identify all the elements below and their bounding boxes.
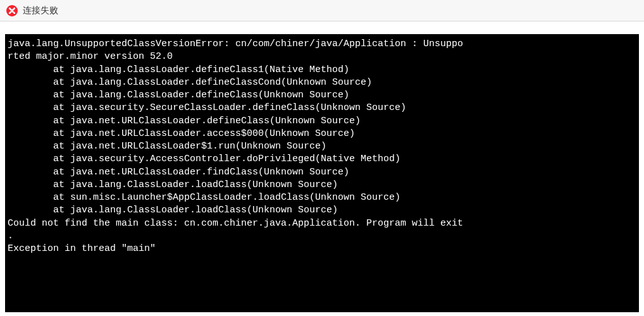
terminal-output: java.lang.UnsupportedClassVersionError: … (5, 34, 639, 312)
dialog-title: 连接失败 (23, 5, 58, 16)
error-icon (6, 5, 18, 16)
dialog-header: 连接失败 (0, 0, 644, 21)
